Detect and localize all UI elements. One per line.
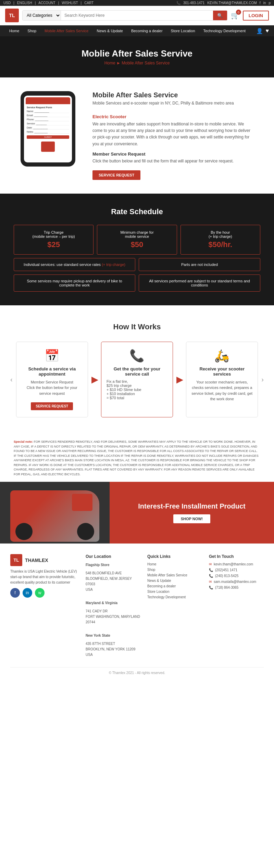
rate-schedule-title: Rate Schedule (14, 207, 260, 216)
arrow-2: ▶ (176, 342, 183, 418)
header-icons: 🛒 0 LOGIN (231, 11, 269, 21)
nav-technology[interactable]: Technology Development (199, 25, 250, 36)
special-note-label: Special note: (14, 440, 33, 443)
nav-home[interactable]: Home (5, 25, 23, 36)
footer-maryland-label: Maryland & Virginia (86, 600, 140, 606)
footer-link-mobile[interactable]: Mobile After Sales Service (147, 573, 202, 577)
contact-email-2: ✉ sam.mustafa@thamlex.com (209, 580, 264, 584)
rate-individual: Individual services: use standard servic… (14, 258, 135, 271)
linkedin-social-icon[interactable]: in (23, 588, 32, 598)
heart-icon[interactable]: ♥ (266, 28, 269, 34)
linkedin-icon[interactable]: in (263, 1, 266, 5)
search-button[interactable]: 🔍 (213, 11, 227, 20)
nav-store-location[interactable]: Store Location (167, 25, 199, 36)
search-input[interactable] (61, 11, 213, 20)
footer-contact-list: ✉ kevin.tham@thamlex.com 📞 (202)451 1471… (209, 562, 264, 589)
service-request-button[interactable]: SERVICE REQUEST (92, 170, 140, 180)
footer-link-dealer[interactable]: Becoming a dealer (147, 584, 202, 588)
footer-brand-name: THAMLEX (25, 558, 48, 563)
phone-icon-2: 📞 (209, 574, 213, 578)
rate-trip-charge-note: (+ trip charge) (102, 262, 125, 267)
whatsapp-social-icon[interactable]: w (35, 588, 45, 598)
main-nav: Home Shop Mobile After Sales Service New… (0, 25, 274, 36)
disclaimer-text: FOR SERVICES RENDERED REMOTELY, AND FOR … (14, 440, 259, 476)
phone-mockup: Service Request Form Name: ___________ E… (21, 91, 82, 167)
footer-logo-area: TL THAMLEX (10, 554, 79, 566)
footer-maryland-address: 741 CADY DR FORT WASHINGTON, MARYLAND 20… (86, 609, 140, 625)
rate-cards-row3: Some services may require pickup and del… (14, 274, 260, 292)
intro-section: Service Request Form Name: ___________ E… (0, 77, 274, 194)
top-bar-right: 📞 301-483-1471 KEVIN.THAM@THAMLEX.COM f … (176, 1, 271, 5)
footer-brand-col: TL THAMLEX Thamlex is USA Light Electric… (10, 554, 79, 660)
user-icon[interactable]: 👤 (256, 28, 263, 34)
contact-phone-3: 📞 (718) 864-3065 (209, 586, 264, 589)
nav-mobile-after-sales[interactable]: Mobile After Sales Service (40, 25, 92, 36)
footer-flagship-label: Flagship Store (86, 562, 140, 568)
how-step-2-prices: Fix a flat tire, $25 trip charge + $10 H… (107, 379, 167, 400)
nav-dealer[interactable]: Becoming a dealer (127, 25, 167, 36)
contact-email-1: ✉ kevin.tham@thamlex.com (209, 562, 264, 566)
language-selector[interactable]: ENGLISH (17, 1, 32, 5)
breadcrumb-home[interactable]: Home (104, 61, 115, 65)
footer-location-title: Our Location (86, 554, 140, 559)
contact-email-1-text: kevin.tham@thamlex.com (214, 562, 253, 566)
wishlist-link[interactable]: WISHLIST (62, 1, 78, 5)
how-step-1-title: Schedule a service via appointment (22, 366, 83, 377)
how-step-2: 📞 Get the quote for your service call Fi… (101, 342, 173, 418)
facebook-icon[interactable]: f (260, 1, 261, 5)
facebook-social-icon[interactable]: f (10, 588, 20, 598)
rate-pickup-text: Some services may require pickup and del… (19, 279, 130, 287)
how-step-1: 📅 Schedule a service via appointment Mem… (16, 342, 88, 418)
category-select[interactable]: All Categories (23, 11, 61, 20)
rate-schedule-section: Rate Schedule Trip Charge(mobile service… (0, 194, 274, 305)
phone-icon-1: 📞 (209, 568, 213, 572)
footer-link-home[interactable]: Home (147, 562, 202, 566)
breadcrumb: Home ► Mobile After Sales Service (104, 61, 170, 65)
nav-news[interactable]: News & Update (92, 25, 127, 36)
contact-phone-2-text: (240) 813-5425 (215, 574, 238, 578)
email-icon-2: ✉ (209, 580, 212, 584)
cart-button[interactable]: 🛒 0 (231, 11, 239, 20)
how-step-3-title: Receive your scooter services (191, 366, 252, 377)
arrow-1: ▶ (91, 342, 98, 418)
intro-text: Mobile After Sales Service Mobile Servic… (92, 91, 253, 180)
phone-icon-3: 📞 (209, 586, 213, 589)
footer: TL THAMLEX Thamlex is USA Light Electric… (0, 543, 274, 680)
how-service-request-button[interactable]: SERVICE REQUEST (31, 402, 73, 410)
nav-shop[interactable]: Shop (23, 25, 40, 36)
logo[interactable]: TL (5, 9, 19, 22)
login-button[interactable]: LOGIN (243, 11, 269, 21)
installment-title: Interest-Free Installment Product (131, 502, 252, 510)
scooter-icon: 🛵 (191, 349, 252, 363)
account-link[interactable]: ACCOUNT (38, 1, 55, 5)
email-link[interactable]: KEVIN.THAM@THAMLEX.COM (207, 1, 257, 5)
rate-cards-row1: Trip Charge(mobile service – per trip) $… (14, 225, 260, 255)
shop-now-button[interactable]: SHOP NOW! (173, 514, 211, 523)
rate-price-hourly: $50/hr. (186, 240, 255, 249)
footer-link-shop[interactable]: Shop (147, 568, 202, 572)
how-step-3: 🛵 Receive your scooter services Your sco… (186, 342, 258, 418)
phone-number: 301-483-1471 (183, 1, 204, 5)
contact-phone-3-text: (718) 864-3065 (215, 586, 238, 589)
rate-terms-text: All services performed are subject to ou… (144, 279, 255, 287)
pinterest-icon[interactable]: p (269, 1, 271, 5)
footer-link-tech[interactable]: Technology Development (147, 595, 202, 599)
rate-pickup: Some services may require pickup and del… (14, 274, 135, 292)
intro-red-heading: Electric Scooter (92, 114, 253, 119)
top-bar-left: USD | ENGLISH | ACCOUNT | WISHLIST | CAR… (3, 1, 94, 5)
rate-card-minimum: Minimum charge formobile service $50 (97, 225, 177, 255)
right-arrow[interactable]: › (261, 342, 264, 418)
how-step-1-desc: Member Service RequestClick the button b… (22, 379, 83, 396)
footer-link-store[interactable]: Store Location (147, 590, 202, 594)
footer-grid: TL THAMLEX Thamlex is USA Light Electric… (10, 554, 264, 660)
phone-call-icon: 📞 (107, 349, 167, 363)
how-step-3-desc: Your scooter mechanic arrives, checks se… (191, 379, 252, 402)
left-arrow[interactable]: ‹ (10, 342, 13, 418)
contact-phone-1-text: (202)451 1471 (215, 568, 237, 572)
footer-brand-desc: Thamlex is USA Light Electric Vehicle (L… (10, 569, 79, 585)
search-area: All Categories 🔍 (22, 10, 227, 21)
footer-newyork-address: 435 87TH STREET BROOKLYN, NEW YORK 11209… (86, 641, 140, 658)
footer-link-news[interactable]: News & Update (147, 579, 202, 583)
cart-link[interactable]: CART (84, 1, 94, 5)
currency-selector[interactable]: USD (3, 1, 11, 5)
